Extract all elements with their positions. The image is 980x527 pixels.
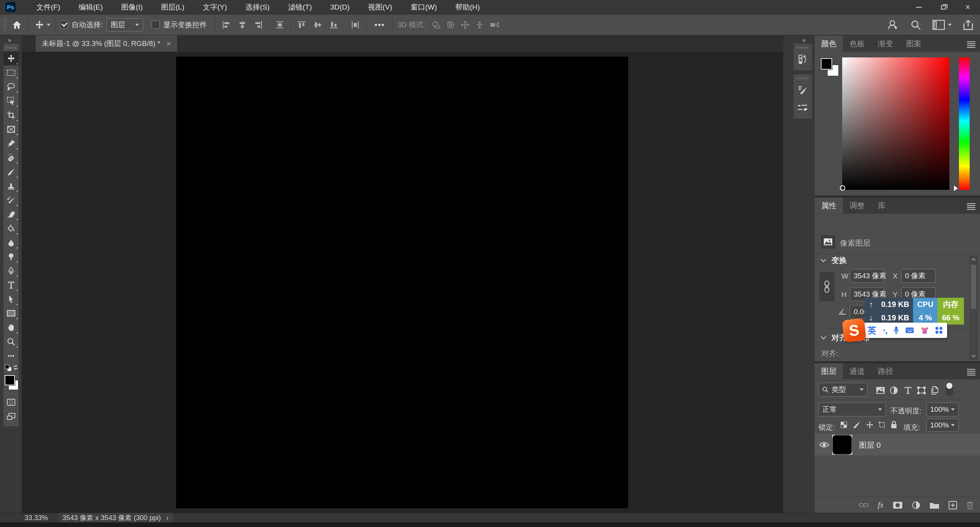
delete-layer-icon[interactable] [966, 501, 974, 509]
tab-adjustments[interactable]: 调整 [843, 197, 871, 214]
panel-menu-icon[interactable] [967, 203, 975, 204]
eraser-tool[interactable] [3, 207, 19, 221]
distribute-vertical-icon[interactable] [351, 20, 360, 29]
hue-slider-arrow[interactable] [954, 186, 958, 191]
document-info[interactable]: 3543 像素 x 3543 像素 (300 ppi) › [58, 513, 173, 523]
filter-adjustment-layers-icon[interactable] [890, 386, 898, 395]
link-dimensions-button[interactable] [819, 272, 835, 301]
ime-punctuation-button[interactable]: ·, [883, 325, 887, 336]
tab-gradients[interactable]: 渐变 [871, 36, 900, 52]
document-canvas[interactable] [176, 57, 628, 508]
history-panel-button[interactable] [794, 51, 812, 68]
panel-menu-icon[interactable] [967, 41, 975, 42]
color-picker-ring[interactable] [840, 185, 845, 191]
edit-toolbar-button[interactable] [3, 349, 19, 363]
align-bottom-edges-icon[interactable] [329, 20, 338, 29]
history-brush-tool[interactable] [3, 193, 19, 207]
tab-layers[interactable]: 图层 [815, 363, 843, 379]
sogou-logo[interactable]: S [842, 318, 866, 343]
filter-toggle-switch[interactable] [946, 382, 953, 396]
menu-edit[interactable]: 编辑(E) [69, 0, 112, 14]
lock-position-icon[interactable] [866, 421, 874, 429]
minimize-button[interactable] [906, 0, 931, 15]
blend-mode-dropdown[interactable]: 正常 [818, 403, 886, 416]
layer-visibility-eye-icon[interactable] [819, 441, 829, 448]
tab-color[interactable]: 颜色 [815, 36, 843, 52]
add-mask-icon[interactable] [893, 501, 903, 509]
filter-pixel-layers-icon[interactable] [876, 387, 885, 394]
document-tab[interactable]: 未标题-1 @ 33.3% (图层 0, RGB/8) * × [36, 35, 178, 52]
dock-grip[interactable] [797, 76, 809, 80]
transform-section-chevron-icon[interactable] [821, 257, 826, 262]
scroll-up-icon[interactable] [971, 258, 975, 262]
brush-tool[interactable] [3, 165, 19, 179]
lock-pixels-icon[interactable] [853, 421, 861, 429]
menu-help[interactable]: 帮助(H) [446, 0, 489, 14]
tab-libraries[interactable]: 库 [871, 197, 892, 214]
panel-menu-icon[interactable] [967, 369, 975, 370]
foreground-color-swatch[interactable] [5, 375, 15, 385]
screen-mode-button[interactable] [3, 409, 19, 423]
lock-all-icon[interactable] [890, 421, 897, 429]
align-left-edges-icon[interactable] [222, 20, 231, 29]
panel-dock-expand-button[interactable]: « [802, 36, 805, 44]
blur-tool[interactable] [3, 235, 19, 250]
move-tool[interactable] [3, 51, 19, 65]
layer-row[interactable]: 图层 0 [815, 434, 980, 455]
more-options-button[interactable] [371, 17, 388, 33]
workspace-switcher[interactable] [933, 20, 952, 30]
menu-type[interactable]: 文字(Y) [194, 0, 236, 14]
tab-channels[interactable]: 通道 [843, 363, 871, 379]
scroll-down-icon[interactable] [971, 353, 975, 357]
lasso-tool[interactable] [3, 80, 19, 94]
tab-properties[interactable]: 属性 [815, 197, 843, 214]
3d-orbit-icon[interactable] [431, 20, 441, 29]
ime-voice-icon[interactable] [893, 325, 899, 335]
layer-name[interactable]: 图层 0 [859, 440, 881, 450]
auto-select-checkbox[interactable] [60, 21, 68, 29]
menu-view[interactable]: 视图(V) [359, 0, 401, 14]
tab-close-icon[interactable]: × [167, 39, 171, 48]
properties-scrollbar[interactable] [970, 256, 977, 360]
search-icon[interactable] [910, 20, 921, 30]
lock-transparency-icon[interactable] [840, 421, 848, 429]
menu-filter[interactable]: 滤镜(T) [279, 0, 321, 14]
width-field[interactable]: 3543 像素 [850, 269, 884, 283]
lock-artboard-icon[interactable] [878, 421, 886, 429]
status-chevron-icon[interactable]: › [166, 514, 168, 522]
menu-image[interactable]: 图像(I) [112, 0, 152, 14]
align-section-chevron-icon[interactable] [821, 334, 826, 339]
menu-file[interactable]: 文件(F) [27, 0, 69, 14]
share-image-icon[interactable] [963, 20, 973, 30]
rectangle-tool[interactable] [3, 306, 19, 320]
3d-slide-icon[interactable] [475, 20, 484, 29]
eyedropper-tool[interactable] [3, 136, 19, 150]
align-horizontal-centers-icon[interactable] [238, 20, 247, 29]
show-transform-checkbox[interactable] [152, 21, 160, 29]
fill-field[interactable]: 100% [926, 419, 959, 432]
pen-tool[interactable] [3, 264, 19, 278]
tab-paths[interactable]: 路径 [871, 363, 900, 379]
paint-bucket-tool[interactable] [3, 221, 19, 235]
3d-camera-icon[interactable] [490, 21, 500, 29]
filter-type-layers-icon[interactable] [904, 387, 912, 394]
opacity-field[interactable]: 100% [926, 403, 959, 416]
path-selection-tool[interactable] [3, 292, 19, 306]
brushes-panel-button[interactable] [794, 99, 812, 116]
menu-window[interactable]: 窗口(W) [402, 0, 446, 14]
options-grip[interactable] [4, 18, 7, 31]
frame-tool[interactable] [3, 122, 19, 136]
share-profile-icon[interactable] [887, 20, 899, 30]
swap-colors-icon[interactable] [13, 364, 19, 370]
brush-settings-panel-button[interactable] [794, 81, 812, 99]
default-colors-button[interactable] [3, 363, 19, 373]
hue-slider[interactable] [959, 57, 970, 190]
pasteboard[interactable] [22, 52, 783, 513]
object-selection-tool[interactable] [3, 94, 19, 108]
scrollbar-thumb[interactable] [971, 265, 976, 309]
filter-smart-objects-icon[interactable] [931, 386, 939, 395]
filter-shape-layers-icon[interactable] [917, 387, 926, 394]
toolbar-grip[interactable] [6, 45, 16, 50]
hand-tool[interactable] [3, 320, 19, 334]
ime-toolbox-icon[interactable] [935, 326, 942, 335]
